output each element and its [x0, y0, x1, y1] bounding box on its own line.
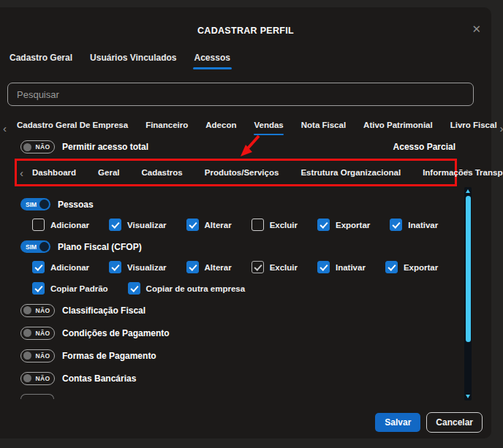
checkbox-item-copiar-de-outra-empresa[interactable]: Copiar de outra empresa: [128, 282, 245, 295]
permit-access-label: Permitir acesso total: [62, 142, 148, 152]
permission-group-label: Classificação Fiscal: [62, 305, 145, 316]
checkbox-copiar-padrao[interactable]: [32, 282, 45, 295]
checkbox-item-inativar[interactable]: Inativar: [317, 261, 366, 273]
permission-group-label: Formas de Pagamento: [62, 351, 156, 361]
checkbox-label: Adicionar: [50, 263, 89, 272]
checkbox-item-alterar[interactable]: Alterar: [186, 219, 232, 231]
module-tab-adecon[interactable]: Adecon: [205, 121, 236, 135]
toggle-knob: [23, 352, 31, 360]
permission-group-label: Contas Bancárias: [62, 373, 136, 384]
checkbox-item-excluir[interactable]: Excluir: [252, 261, 298, 273]
checkbox-inativar[interactable]: [317, 261, 330, 273]
checkbox-label: Inativar: [408, 221, 438, 229]
access-total-toggle[interactable]: NÃO: [20, 140, 55, 153]
toggle-state-label: NÃO: [35, 143, 50, 151]
access-total-row: NÃO Permitir acesso total Acesso Parcial: [20, 140, 455, 154]
modal-footer: Salvar Cancelar: [375, 412, 483, 433]
checkbox-label: Visualizar: [127, 263, 167, 272]
main-tabs: Cadastro GeralUsuários VinculadosAcessos: [10, 53, 230, 69]
search-input[interactable]: [7, 83, 474, 106]
module-tab-vendas[interactable]: Vendas: [254, 121, 283, 135]
checkbox-label: Excluir: [270, 221, 298, 229]
permission-group-classificacao-fiscal: NÃOClassificação Fiscal: [20, 303, 468, 317]
module-tabs: Cadastro Geral De EmpresaFinanceiroAdeco…: [17, 121, 497, 135]
checkbox-label: Exportar: [336, 221, 370, 229]
checkbox-item-adicionar[interactable]: Adicionar: [32, 261, 89, 273]
toggle-knob: [23, 374, 31, 382]
permission-group-label: Plano Fiscal (CFOP): [58, 242, 142, 252]
checkbox-alterar[interactable]: [186, 219, 199, 231]
checkbox-alterar[interactable]: [186, 261, 199, 273]
close-icon[interactable]: ✕: [472, 23, 481, 34]
section-tabs-prev-icon[interactable]: ‹: [17, 167, 26, 178]
module-tab-ativo-patrimonial[interactable]: Ativo Patrimonial: [363, 121, 433, 135]
permission-group-header: NÃOFormas de Pagamento: [20, 349, 468, 362]
toggle-nao[interactable]: NÃO: [20, 372, 55, 385]
toggle-nao[interactable]: NÃO: [20, 304, 55, 317]
checkbox-copiar-de-outra-empresa[interactable]: [128, 282, 140, 295]
section-tab-produtos-servicos[interactable]: Produtos/Serviços: [205, 168, 279, 177]
checkbox-adicionar[interactable]: [32, 261, 45, 273]
toggle-nao[interactable]: NÃO: [20, 349, 55, 362]
checkbox-label: Inativar: [336, 263, 366, 272]
checkbox-excluir[interactable]: [252, 219, 264, 231]
tab-acessos[interactable]: Acessos: [194, 53, 230, 69]
save-button[interactable]: Salvar: [375, 413, 420, 432]
checkbox-visualizar[interactable]: [109, 261, 121, 273]
checkbox-item-inativar[interactable]: Inativar: [390, 219, 438, 231]
checkbox-label: Copiar de outra empresa: [146, 284, 245, 293]
scrollbar-thumb[interactable]: [466, 196, 471, 342]
permission-group-header: NÃOCondições de Pagamento: [20, 326, 468, 340]
checkbox-exportar[interactable]: [317, 219, 330, 231]
checkbox-label: Excluir: [270, 263, 298, 272]
checkbox-excluir[interactable]: [252, 261, 264, 273]
tab-cadastro-geral[interactable]: Cadastro Geral: [10, 53, 72, 69]
module-tabs-next-icon[interactable]: ›: [497, 123, 503, 134]
checkbox-item-adicionar[interactable]: Adicionar: [32, 219, 89, 231]
module-tab-nota-fiscal[interactable]: Nota Fiscal: [301, 121, 346, 135]
toggle-sim[interactable]: SIM: [20, 198, 50, 210]
module-tab-livro-fiscal[interactable]: Livro Fiscal: [450, 121, 497, 135]
access-mode-label: Acesso Parcial: [393, 142, 455, 152]
scrollbar[interactable]: [464, 187, 472, 400]
module-tab-cadastro-geral-de-empresa[interactable]: Cadastro Geral De Empresa: [17, 121, 128, 135]
toggle-sim[interactable]: SIM: [20, 240, 50, 253]
section-tab-dashboard[interactable]: Dashboard: [32, 168, 76, 177]
toggle-state-label: SIM: [26, 201, 37, 208]
module-tabs-prev-icon[interactable]: ‹: [0, 123, 10, 134]
section-tab-geral[interactable]: Geral: [98, 168, 119, 177]
toggle-nao[interactable]: NÃO: [20, 327, 55, 340]
section-tab-cadastros[interactable]: Cadastros: [142, 168, 183, 177]
checkbox-item-exportar[interactable]: Exportar: [317, 219, 370, 231]
scroll-down-icon[interactable]: [466, 395, 470, 398]
checkbox-label: Adicionar: [50, 221, 89, 229]
checkbox-item-excluir[interactable]: Excluir: [252, 219, 298, 231]
modal-title: CADASTRAR PERFIL: [0, 26, 491, 36]
checkbox-item-exportar[interactable]: Exportar: [385, 261, 438, 273]
cancel-button[interactable]: Cancelar: [426, 412, 483, 433]
permissions-list: SIMPessoasAdicionarVisualizarAlterarExcl…: [0, 189, 468, 399]
module-tab-financeiro[interactable]: Financeiro: [145, 121, 188, 135]
checkbox-inativar[interactable]: [390, 219, 402, 231]
permission-group-plano-fiscal-cfop: SIMPlano Fiscal (CFOP)AdicionarVisualiza…: [20, 240, 468, 295]
checkbox-visualizar[interactable]: [109, 219, 121, 231]
tab-usuarios-vinculados[interactable]: Usuários Vinculados: [90, 53, 176, 69]
checkbox-item-copiar-padrao[interactable]: Copiar Padrão: [32, 282, 108, 295]
section-tabs-next-icon[interactable]: ›: [463, 165, 472, 176]
annotation-highlight-box: ‹ DashboardGeralCadastrosProdutos/Serviç…: [15, 159, 457, 186]
checkbox-exportar[interactable]: [385, 261, 398, 273]
scroll-up-icon[interactable]: [466, 189, 470, 193]
toggle-knob: [23, 329, 31, 337]
checkbox-label: Alterar: [205, 263, 232, 272]
cadastrar-perfil-modal: CADASTRAR PERFIL ✕ Cadastro GeralUsuário…: [0, 7, 491, 438]
checkbox-item-visualizar[interactable]: Visualizar: [109, 261, 167, 273]
permission-group-pessoas: SIMPessoasAdicionarVisualizarAlterarExcl…: [20, 197, 468, 231]
checkbox-adicionar[interactable]: [32, 219, 45, 231]
checkbox-item-alterar[interactable]: Alterar: [186, 261, 232, 273]
permission-group-contas-bancarias: NÃOContas Bancárias: [20, 371, 468, 385]
toggle-state-label: NÃO: [35, 307, 50, 314]
checkbox-item-visualizar[interactable]: Visualizar: [109, 219, 167, 231]
section-tab-estrutura-organizacional[interactable]: Estrutura Organizacional: [300, 168, 401, 177]
checkbox-label: Alterar: [205, 221, 232, 229]
permission-group-label: Pessoas: [58, 200, 94, 210]
